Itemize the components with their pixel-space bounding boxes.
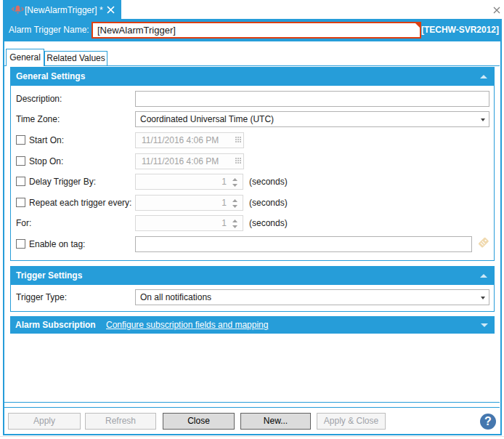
svg-text:?: ? (484, 415, 492, 427)
